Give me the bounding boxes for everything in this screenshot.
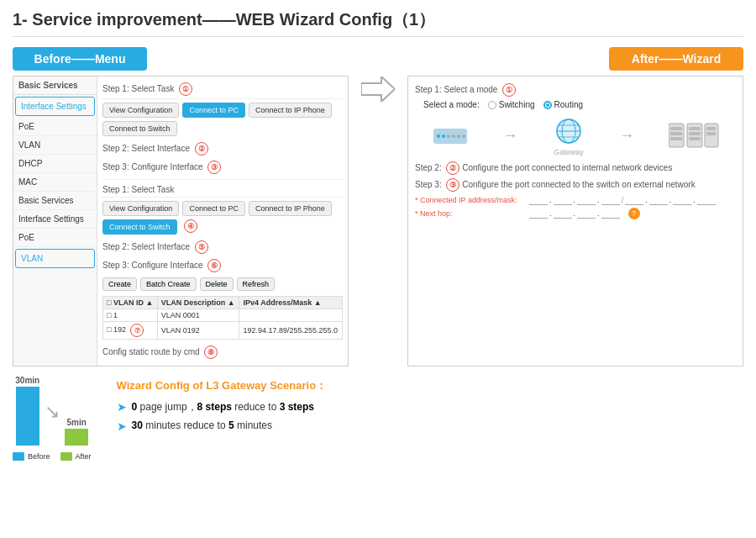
sidebar-item-poe[interactable]: PoE	[13, 118, 97, 136]
svg-rect-15	[670, 132, 682, 135]
legend-after: After	[60, 452, 92, 461]
before-section: Before——Menu Basic Services Interface Se…	[13, 47, 349, 367]
ip-octet-3[interactable]	[577, 195, 596, 205]
vlan-id-1: □ 1	[103, 309, 158, 322]
ap-field-nexthop: * Next hop: . . . ?	[415, 208, 736, 219]
vlan-id-2: □ 192 ⑦	[103, 322, 158, 340]
arrow-icon	[361, 76, 395, 102]
circle-1: ①	[179, 82, 192, 96]
ap-circle-2: ②	[446, 161, 459, 175]
after-label: After——Wizard	[609, 47, 743, 71]
ap-step3: Step 3: ③ Configure the port connected t…	[415, 178, 736, 192]
legend-before: Before	[13, 452, 50, 461]
sidebar-item-interface2[interactable]: Interface Settings	[13, 210, 97, 229]
sidebar-item-poe2[interactable]: PoE	[13, 229, 97, 247]
ap-routing-label: Routing	[554, 100, 583, 109]
legend-before-label: Before	[28, 452, 50, 461]
svg-rect-22	[706, 127, 716, 130]
before-panel: Basic Services Interface Settings PoE VL…	[13, 76, 349, 367]
ap-ip-label: * Connected IP address/mask:	[415, 196, 524, 204]
svg-rect-20	[689, 137, 701, 140]
svg-rect-18	[689, 127, 701, 130]
ip-slash: /	[622, 196, 624, 205]
connect-phone-btn-2[interactable]: Connect to IP Phone	[249, 201, 332, 216]
chart-arrow: ↘	[45, 401, 60, 423]
ap-step1-label: Step 1: Select a mode	[415, 85, 497, 94]
nh-octet-3[interactable]	[577, 208, 596, 219]
time-chart: 30min ↘ 5min Before	[13, 378, 92, 461]
sidebar-item-interface[interactable]: Interface Settings	[15, 97, 95, 116]
circle-3: ③	[207, 161, 221, 174]
col-ip: IPv4 Address/Mask ▲	[239, 297, 343, 309]
help-icon[interactable]: ?	[628, 208, 640, 219]
nh-octet-2[interactable]	[554, 208, 572, 219]
sidebar-item-vlan[interactable]: VLAN	[13, 136, 97, 155]
devices-arrow: →	[503, 127, 518, 145]
ip-dot-2: .	[574, 196, 576, 204]
ap-step2-label: Step 2:	[415, 163, 444, 172]
step1-bar-2: Step 1: Select Task	[102, 182, 343, 198]
connect-pc-btn-1[interactable]: Connect to PC	[182, 103, 245, 118]
bottom-right: Wizard Config of L3 Gateway Scenario： ➤ …	[108, 378, 743, 461]
mask-dot-2: .	[669, 196, 672, 204]
step2-label-2: Step 2: Select Interface ⑤	[102, 238, 343, 256]
ip-dot-3: .	[597, 196, 600, 204]
benefit-arrow-2: ➤	[117, 419, 127, 434]
ip-octet-4[interactable]	[601, 195, 620, 205]
ap-radio-routing[interactable]: Routing	[543, 100, 583, 109]
ap-step3-text: Configure the port connected to the swit…	[462, 180, 695, 189]
connect-switch-btn-2[interactable]: Connect to Switch	[102, 219, 177, 235]
connect-phone-btn-1[interactable]: Connect to IP Phone	[249, 103, 332, 118]
legend-before-box	[13, 452, 24, 461]
btn-bar-2: View Configuration Connect to PC Connect…	[102, 198, 343, 238]
sidebar-item-vlan2[interactable]: VLAN	[15, 249, 95, 268]
ip-mask-4[interactable]	[697, 195, 716, 205]
create-btn[interactable]: Create	[102, 277, 137, 291]
ap-switching-label: Switching	[499, 100, 535, 109]
nh-octet-4[interactable]	[601, 208, 620, 219]
connect-pc-btn-2[interactable]: Connect to PC	[182, 201, 245, 216]
sidebar-item-basic[interactable]: Basic Services	[13, 192, 97, 210]
circle-4: ④	[184, 219, 197, 233]
legend-row: Before After	[13, 452, 92, 461]
nh-octet-1[interactable]	[529, 208, 548, 219]
circle-5: ⑤	[195, 240, 208, 254]
ap-mode-label: Select a mode:	[423, 100, 480, 109]
circle-2: ②	[195, 142, 208, 156]
before-main: Step 1: Select Task ① View Configuration…	[97, 76, 348, 366]
vlan-ip-1	[239, 309, 343, 322]
bottom-left: 30min ↘ 5min Before	[13, 378, 92, 461]
ap-nexthop-label: * Next hop:	[415, 209, 524, 218]
ip-octet-2[interactable]	[554, 195, 572, 205]
after-panel: Step 1: Select a mode ① Select a mode: S…	[407, 76, 743, 367]
ap-step1: Step 1: Select a mode ①	[415, 83, 736, 97]
ip-octet-1[interactable]	[529, 195, 548, 205]
sidebar-item-mac[interactable]: MAC	[13, 173, 97, 192]
ip-dot-1: .	[549, 196, 552, 204]
ap-radio-switching[interactable]: Switching	[488, 100, 535, 109]
ip-mask-3[interactable]	[673, 195, 691, 205]
svg-point-3	[442, 134, 445, 138]
step3-label-2: Step 3: Configure Interface ⑥	[102, 256, 343, 275]
refresh-btn[interactable]: Refresh	[237, 277, 276, 291]
step8-label: Config static route by cmd ⑧	[102, 343, 343, 361]
mask-dot-1: .	[645, 196, 648, 204]
chart-bars: 30min ↘ 5min	[15, 378, 88, 446]
svg-point-5	[452, 134, 455, 138]
devices-arrow2: →	[619, 127, 634, 145]
before-bar	[16, 387, 39, 446]
view-config-btn-2[interactable]: View Configuration	[102, 201, 179, 216]
ap-field-ip: * Connected IP address/mask: . . . / .	[415, 195, 736, 205]
delete-btn[interactable]: Delete	[200, 277, 234, 291]
connect-switch-btn-1[interactable]: Connect to Switch	[102, 121, 177, 136]
view-config-btn-1[interactable]: View Configuration	[102, 103, 179, 118]
radio-switching-circle	[488, 101, 496, 109]
ip-mask-1[interactable]	[625, 195, 643, 205]
crud-bar: Create Batch Create Delete Refresh	[102, 275, 343, 293]
ip-mask-2[interactable]	[649, 195, 668, 205]
sidebar-item-dhcp[interactable]: DHCP	[13, 155, 97, 173]
content-area: Before——Menu Basic Services Interface Se…	[13, 47, 743, 367]
bottom-area: 30min ↘ 5min Before	[13, 378, 743, 461]
vlan-table: □ VLAN ID ▲ VLAN Description ▲ IPv4 Addr…	[102, 296, 343, 340]
batch-create-btn[interactable]: Batch Create	[140, 277, 197, 291]
